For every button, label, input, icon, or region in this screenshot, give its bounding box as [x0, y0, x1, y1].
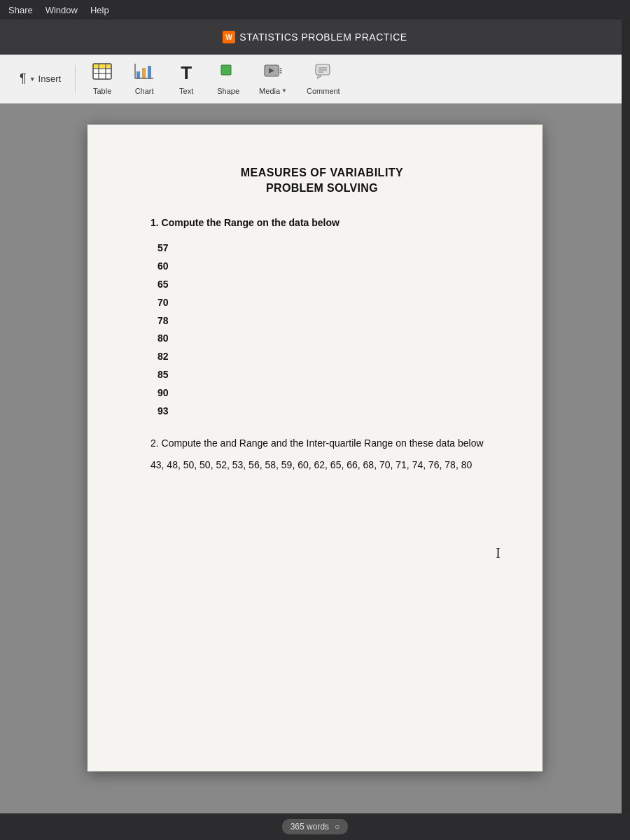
document-area: MEASURES OF VARIABILITY PROBLEM SOLVING …	[0, 104, 630, 813]
table-icon	[92, 63, 112, 84]
main-title: MEASURES OF VARIABILITY	[150, 167, 493, 179]
svg-rect-7	[106, 64, 111, 68]
list-item: 82	[158, 348, 493, 366]
svg-rect-5	[94, 64, 98, 68]
comment-icon	[314, 63, 332, 84]
app-icon-label: W	[225, 34, 232, 41]
toolbar: ¶ ▼ Insert Table	[0, 55, 630, 104]
title-bar-content: W STATISTICS PROBLEM PRACTICE	[223, 31, 407, 43]
comment-label: Comment	[307, 87, 340, 95]
list-item: 90	[158, 384, 493, 402]
list-item: 80	[158, 330, 493, 348]
svg-rect-6	[99, 64, 105, 68]
list-item: 85	[158, 366, 493, 384]
document-page[interactable]: MEASURES OF VARIABILITY PROBLEM SOLVING …	[88, 125, 542, 771]
section-2: 2. Compute the and Range and the Inter-q…	[150, 438, 493, 474]
table-label: Table	[93, 87, 111, 95]
menu-bar: Share Window Help	[0, 0, 630, 20]
toolbar-shape[interactable]: Shape	[210, 59, 246, 99]
chart-icon	[134, 63, 154, 84]
title-bar: W STATISTICS PROBLEM PRACTICE	[0, 20, 630, 55]
right-edge	[622, 20, 630, 813]
toolbar-media[interactable]: Media ▼	[252, 59, 294, 99]
app-icon: W	[223, 31, 235, 43]
word-count-badge[interactable]: 365 words ○	[282, 819, 349, 834]
list-item: 93	[158, 402, 493, 421]
section-2-data: 43, 48, 50, 50, 52, 53, 56, 58, 59, 60, …	[150, 457, 493, 474]
svg-rect-9	[142, 68, 146, 78]
section-1-heading: 1. Compute the Range on the data below	[150, 217, 493, 228]
list-item: 57	[158, 239, 493, 258]
document-title: STATISTICS PROBLEM PRACTICE	[239, 31, 407, 43]
svg-marker-21	[317, 75, 321, 78]
list-item: 60	[158, 258, 493, 276]
svg-rect-13	[221, 65, 231, 75]
word-count-label: 365 words	[290, 822, 329, 832]
list-item: 78	[158, 312, 493, 330]
list-item: 65	[158, 276, 493, 294]
text-label: Text	[179, 87, 193, 95]
menu-share[interactable]: Share	[8, 5, 33, 15]
shape-label: Shape	[217, 87, 239, 95]
toolbar-chart[interactable]: Chart	[126, 59, 162, 99]
toolbar-comment[interactable]: Comment	[300, 59, 347, 99]
insert-chevron: ▼	[29, 76, 36, 83]
data-list: 57 60 65 70 78 80 82 85 90 93	[150, 239, 493, 421]
toolbar-insert[interactable]: ¶ ▼ Insert	[14, 67, 66, 90]
media-icon	[263, 63, 283, 84]
shape-icon	[219, 63, 237, 84]
page-title-block: MEASURES OF VARIABILITY PROBLEM SOLVING	[150, 167, 493, 195]
menu-help[interactable]: Help	[90, 5, 109, 15]
toolbar-separator-1	[75, 65, 76, 93]
refresh-icon[interactable]: ○	[335, 822, 340, 832]
chart-label: Chart	[135, 87, 154, 95]
text-icon: T	[181, 62, 192, 84]
sub-title: PROBLEM SOLVING	[150, 182, 493, 195]
status-bar: 365 words ○	[0, 813, 630, 840]
svg-rect-10	[148, 66, 151, 78]
toolbar-table[interactable]: Table	[84, 59, 120, 99]
insert-icon: ¶	[20, 71, 27, 86]
section-1: 1. Compute the Range on the data below 5…	[150, 217, 493, 421]
media-label: Media	[259, 87, 280, 95]
insert-label: Insert	[38, 74, 62, 84]
svg-rect-8	[136, 71, 140, 78]
toolbar-text[interactable]: T Text	[168, 58, 204, 99]
text-cursor: I	[496, 545, 500, 561]
menu-window[interactable]: Window	[46, 5, 78, 15]
list-item: 70	[158, 294, 493, 312]
section-2-heading: 2. Compute the and Range and the Inter-q…	[150, 438, 493, 449]
media-chevron: ▼	[281, 88, 287, 94]
